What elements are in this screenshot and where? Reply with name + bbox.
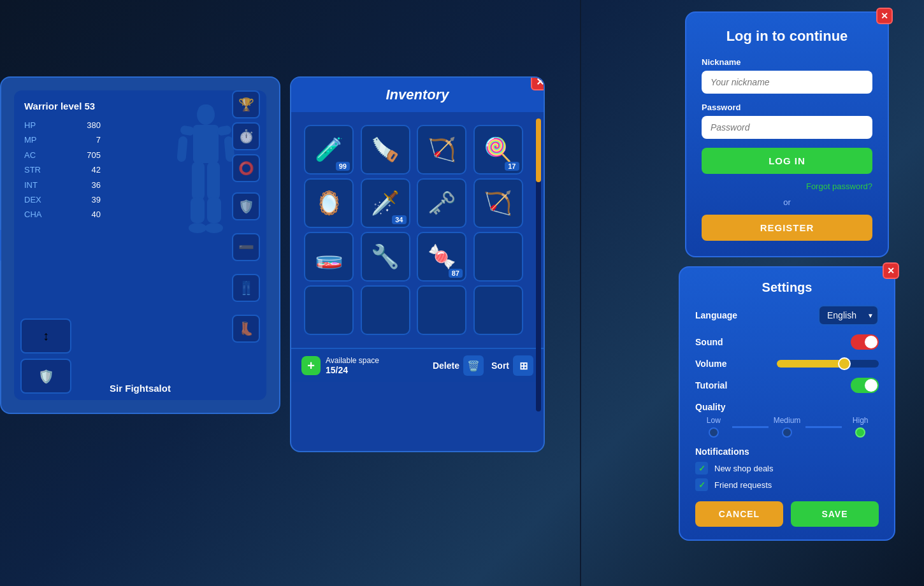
space-label: Available space 15/24 bbox=[326, 356, 379, 375]
svg-rect-7 bbox=[191, 197, 205, 223]
inventory-footer: + Available space 15/24 Delete 🗑️ Sort ⊞ bbox=[291, 348, 544, 382]
inv-item-sweet[interactable]: 🍬87 bbox=[417, 232, 466, 282]
scroll-thumb[interactable] bbox=[536, 118, 541, 182]
character-panel: ▶ Warrior level 53 HP380 MP7 AC705 STR42… bbox=[0, 76, 280, 414]
login-panel: ✕ Log in to continue Nickname Password L… bbox=[685, 11, 889, 257]
nickname-input[interactable] bbox=[702, 71, 872, 94]
svg-rect-2 bbox=[180, 125, 195, 136]
equip-slot-head[interactable]: 🏆 bbox=[232, 90, 260, 118]
inventory-panel: Inventory ✕ 🧪99 🪚 🏹 🍭17 🪞 🗡️34 🗝️ 🏹 🧫 🔧 … bbox=[290, 76, 545, 452]
cancel-button[interactable]: CANCEL bbox=[695, 501, 783, 527]
inv-item-empty-2[interactable] bbox=[304, 285, 354, 335]
volume-fill bbox=[777, 360, 843, 368]
notifications-label: Notifications bbox=[695, 447, 879, 457]
stat-int-label: INT bbox=[24, 178, 38, 192]
equip-slot-ring[interactable]: ⭕ bbox=[232, 154, 260, 182]
notif-shop-checkbox[interactable]: ✓ bbox=[695, 462, 708, 475]
quality-line-1 bbox=[732, 426, 769, 428]
inv-item-potion[interactable]: 🧪99 bbox=[304, 125, 354, 175]
tutorial-label: Tutorial bbox=[695, 380, 727, 390]
inventory-grid: 🧪99 🪚 🏹 🍭17 🪞 🗡️34 🗝️ 🏹 🧫 🔧 🍬87 bbox=[298, 118, 532, 341]
stat-hp-val: 380 bbox=[87, 118, 101, 132]
inv-item-shovel[interactable]: 🪚 bbox=[361, 125, 410, 175]
inv-item-arrows[interactable]: 🗡️34 bbox=[361, 178, 410, 228]
inventory-close-button[interactable]: ✕ bbox=[531, 76, 545, 90]
stat-ac-label: AC bbox=[24, 148, 36, 162]
notif-friend-text: Friend requests bbox=[714, 480, 772, 490]
language-row: Language English Spanish French German bbox=[695, 305, 879, 325]
equip-slot-legs[interactable]: 👖 bbox=[232, 274, 260, 302]
settings-close-button[interactable]: ✕ bbox=[883, 262, 899, 279]
register-button[interactable]: REGISTER bbox=[702, 215, 872, 241]
quality-line-2 bbox=[805, 426, 842, 428]
settings-footer: CANCEL SAVE bbox=[695, 501, 879, 527]
inv-item-empty-3[interactable] bbox=[361, 285, 410, 335]
inv-item-empty-1[interactable] bbox=[473, 232, 523, 282]
sort-button[interactable]: Sort ⊞ bbox=[491, 355, 533, 376]
tutorial-row: Tutorial bbox=[695, 378, 879, 393]
quality-low[interactable]: Low bbox=[695, 416, 732, 438]
sound-row: Sound bbox=[695, 334, 879, 350]
expand-tab[interactable]: ▶ bbox=[0, 230, 1, 261]
nickname-label: Nickname bbox=[702, 57, 872, 67]
character-name: Sir Fightsalot bbox=[110, 383, 171, 394]
svg-rect-9 bbox=[207, 197, 221, 223]
inv-item-flask[interactable]: 🧫 bbox=[304, 232, 354, 282]
stat-str-val: 42 bbox=[92, 162, 101, 177]
tutorial-toggle[interactable] bbox=[851, 378, 879, 393]
inv-item-bow[interactable]: 🏹 bbox=[473, 178, 523, 228]
language-select[interactable]: English Spanish French German bbox=[818, 305, 879, 325]
login-close-button[interactable]: ✕ bbox=[876, 8, 893, 24]
inv-item-candy[interactable]: 🍭17 bbox=[473, 125, 523, 175]
stat-cha-val: 40 bbox=[92, 207, 101, 222]
sort-icon: ⊞ bbox=[513, 355, 533, 376]
password-input[interactable] bbox=[702, 116, 872, 139]
equip-slot-timer[interactable]: ⏱️ bbox=[232, 122, 260, 150]
footer-actions: Delete 🗑️ Sort ⊞ bbox=[433, 355, 533, 376]
item-badge-34: 34 bbox=[392, 215, 406, 224]
login-button[interactable]: LOG IN bbox=[702, 148, 872, 174]
quality-high[interactable]: High bbox=[842, 416, 879, 438]
inv-item-key[interactable]: 🗝️ bbox=[417, 178, 466, 228]
delete-button[interactable]: Delete 🗑️ bbox=[433, 355, 484, 376]
save-button[interactable]: SAVE bbox=[791, 501, 879, 527]
quality-low-dot[interactable] bbox=[709, 427, 719, 438]
svg-rect-1 bbox=[193, 125, 219, 163]
volume-slider[interactable] bbox=[777, 360, 879, 368]
volume-knob[interactable] bbox=[838, 357, 851, 370]
or-divider: or bbox=[702, 197, 872, 207]
language-wrapper[interactable]: English Spanish French German bbox=[818, 305, 879, 325]
add-item-button[interactable]: + bbox=[301, 356, 321, 375]
inv-item-slingshot[interactable]: 🏹 bbox=[417, 125, 466, 175]
settings-panel: ✕ Settings Language English Spanish Fren… bbox=[679, 266, 895, 541]
quality-low-label: Low bbox=[707, 416, 721, 425]
item-badge-87: 87 bbox=[449, 269, 463, 278]
equipment-mid-slots: 🛡️ ➖ 👖 👢 bbox=[232, 192, 260, 343]
sound-toggle[interactable] bbox=[851, 334, 879, 350]
divider bbox=[580, 0, 581, 586]
quality-high-dot[interactable] bbox=[855, 427, 865, 438]
quality-medium-dot[interactable] bbox=[782, 427, 792, 438]
inv-item-saw[interactable]: 🔧 bbox=[361, 232, 410, 282]
equip-slot-belt[interactable]: ➖ bbox=[232, 233, 260, 261]
equip-slot-boots[interactable]: 👢 bbox=[232, 315, 260, 343]
notif-shop-deals: ✓ New shop deals bbox=[695, 462, 879, 475]
quality-medium[interactable]: Medium bbox=[769, 416, 805, 438]
quality-options: Low Medium High bbox=[695, 416, 879, 438]
volume-label: Volume bbox=[695, 359, 727, 369]
inv-item-empty-4[interactable] bbox=[417, 285, 466, 335]
inv-item-mirror[interactable]: 🪞 bbox=[304, 178, 354, 228]
sound-toggle-knob bbox=[865, 336, 877, 348]
stat-dex-label: DEX bbox=[24, 192, 41, 207]
inv-item-empty-5[interactable] bbox=[473, 285, 523, 335]
svg-rect-8 bbox=[207, 162, 220, 200]
shield-button[interactable]: 🛡️ bbox=[20, 359, 71, 394]
sort-stats-button[interactable]: ↕ bbox=[20, 318, 71, 354]
stat-cha-label: CHA bbox=[24, 207, 41, 222]
notif-friend-checkbox[interactable]: ✓ bbox=[695, 478, 708, 491]
inventory-scrollbar[interactable] bbox=[536, 118, 541, 411]
forgot-password-link[interactable]: Forgot password? bbox=[702, 182, 872, 191]
svg-point-10 bbox=[189, 223, 206, 233]
equip-slot-armor[interactable]: 🛡️ bbox=[232, 192, 260, 220]
space-value: 15/24 bbox=[326, 365, 379, 375]
